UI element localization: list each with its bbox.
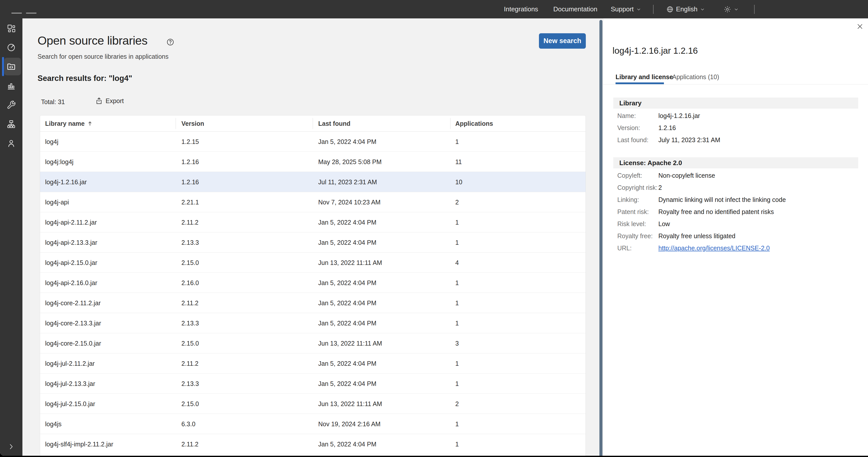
table-row[interactable]: log4j-api-2.11.2.jar 2.11.2 Jan 5, 2022 … — [40, 212, 586, 233]
sidebar-item-reports[interactable] — [0, 76, 23, 95]
sidebar-item-dashboard[interactable] — [0, 19, 23, 38]
detail-row: Copyright risk: 2 — [613, 182, 858, 193]
user-icon — [6, 139, 16, 148]
table-row[interactable]: log4j-api-2.13.3.jar 2.13.3 Jan 5, 2022 … — [40, 233, 586, 252]
cell-applications: 2 — [455, 192, 459, 212]
table-row[interactable]: log4j-core-2.11.2.jar 2.11.2 Jan 5, 2022… — [40, 293, 586, 313]
cell-applications: 1 — [455, 131, 459, 152]
cell-version: 2.15.0 — [181, 333, 199, 354]
cell-library-name: log4j-api-2.13.3.jar — [45, 233, 97, 252]
column-header-applications[interactable]: Applications — [455, 116, 493, 131]
cell-version: 2.21.1 — [181, 192, 199, 212]
panel-title: log4j-1.2.16.jar 1.2.16 — [613, 45, 698, 56]
detail-value: Royalty free and no identified patent ri… — [658, 208, 774, 215]
table-row[interactable]: log4j-jul-2.15.0.jar 2.15.0 Jun 13, 2022… — [40, 394, 586, 414]
new-search-button[interactable]: New search — [539, 33, 586, 49]
cell-version: 2.13.3 — [181, 233, 199, 252]
cell-library-name: log4j-jul-2.13.3.jar — [45, 373, 95, 394]
detail-label: Risk level: — [617, 220, 658, 227]
cell-library-name: log4j-api-2.11.2.jar — [45, 212, 97, 233]
sidebar-item-hierarchy[interactable] — [0, 115, 23, 133]
cell-version: 2.11.2 — [181, 434, 198, 454]
detail-row: Linking: Dynamic linking will not infect… — [613, 193, 858, 206]
table-row[interactable]: log4j-api 2.21.1 Nov 7, 2024 10:23 AM 2 — [40, 192, 586, 212]
nav-support-label: Support — [611, 5, 634, 13]
detail-label: Version: — [617, 124, 658, 131]
cell-library-name: log4j-1.2.16.jar — [45, 172, 87, 192]
tab-applications[interactable]: Applications (10) — [672, 71, 719, 83]
topbar-separator — [653, 5, 654, 14]
cell-library-name: log4j — [45, 131, 58, 152]
table-row[interactable]: log4j-1.2.16.jar 1.2.16 Jul 11, 2023 2:3… — [40, 172, 586, 192]
table-row[interactable]: log4j-slf4j-impl-2.11.2.jar 2.11.2 Jan 5… — [40, 434, 586, 454]
column-label: Version — [181, 120, 204, 127]
detail-row: Royalty free: Royalty free unless litiga… — [613, 230, 858, 242]
detail-row: Patent risk: Royalty free and no identif… — [613, 206, 858, 218]
cell-version: 1.2.16 — [181, 172, 199, 192]
detail-label: Last found: — [617, 136, 658, 144]
table-row[interactable]: log4j-core-2.13.3.jar 2.13.3 Jan 5, 2022… — [40, 313, 586, 333]
sidebar-item-tools[interactable] — [0, 95, 23, 115]
wrench-icon — [6, 100, 16, 110]
sidebar-item-risk-gauge[interactable] — [0, 38, 23, 57]
cell-version: 2.13.3 — [181, 373, 199, 394]
sitemap-icon — [6, 120, 16, 129]
cell-last-found: Jan 5, 2022 4:04 PM — [318, 373, 376, 394]
help-icon[interactable] — [166, 38, 174, 46]
tab-library-and-license[interactable]: Library and license — [616, 71, 673, 83]
cell-applications: 1 — [455, 273, 459, 293]
cell-version: 2.13.3 — [181, 313, 199, 333]
cell-applications: 1 — [455, 354, 459, 373]
sidebar-item-user[interactable] — [0, 133, 23, 153]
sun-icon — [724, 5, 731, 13]
language-label: English — [676, 5, 698, 13]
cell-library-name: log4j-api-2.15.0.jar — [45, 252, 97, 273]
close-icon[interactable] — [856, 23, 865, 31]
license-url-link[interactable]: http://apache.org/licenses/LICENSE-2.0 — [658, 244, 770, 251]
cell-library-name: log4j-jul-2.11.2.jar — [45, 354, 95, 373]
sidebar-expand-button[interactable] — [7, 443, 16, 451]
column-header-version[interactable]: Version — [181, 116, 204, 131]
detail-row: Risk level: Low — [613, 218, 858, 230]
cell-applications: 1 — [455, 233, 459, 252]
table-row[interactable]: log4j:log4j 1.2.16 May 28, 2025 5:08 PM … — [40, 152, 586, 172]
cell-version: 2.11.2 — [181, 293, 198, 313]
cell-applications: 1 — [455, 414, 459, 434]
column-header-last-found[interactable]: Last found — [318, 116, 350, 131]
language-selector[interactable]: English — [666, 0, 705, 19]
export-button[interactable]: Export — [95, 97, 124, 105]
table-row[interactable]: log4j 1.2.15 Jan 5, 2022 4:04 PM 1 — [40, 131, 586, 152]
nav-documentation[interactable]: Documentation — [553, 0, 597, 19]
gauge-icon — [6, 43, 16, 52]
nav-integrations[interactable]: Integrations — [504, 0, 538, 19]
table-row[interactable]: log4j-jul-2.13.3.jar 2.13.3 Jan 5, 2022 … — [40, 373, 586, 394]
table-row[interactable]: log4j-jul-2.11.2.jar 2.11.2 Jan 5, 2022 … — [40, 354, 586, 373]
results-heading: Search results for: "log4" — [37, 74, 132, 83]
detail-label: Name: — [617, 112, 658, 120]
table-row[interactable]: log4j-core-2.15.0.jar 2.15.0 Jun 13, 202… — [40, 333, 586, 354]
table-row[interactable]: log4js 6.3.0 Nov 19, 2024 2:16 AM 1 — [40, 414, 586, 434]
detail-value: 1.2.16 — [658, 124, 676, 131]
page-title: Open source libraries — [37, 33, 147, 48]
table-row[interactable]: log4j-api-2.15.0.jar 2.15.0 Jun 13, 2022… — [40, 252, 586, 273]
sidebar-item-open-source-libraries[interactable] — [0, 57, 23, 76]
table-row[interactable]: log4j-api-2.16.0.jar 2.16.0 Jan 5, 2022 … — [40, 273, 586, 293]
table-body: log4j 1.2.15 Jan 5, 2022 4:04 PM 1 log4j… — [40, 131, 586, 454]
theme-selector[interactable] — [724, 0, 739, 19]
detail-row: Version: 1.2.16 — [613, 122, 858, 134]
cell-library-name: log4j-core-2.11.2.jar — [45, 293, 100, 313]
cell-last-found: Jul 11, 2023 2:31 AM — [318, 172, 377, 192]
panel-scrollbar[interactable] — [599, 20, 602, 456]
cell-applications: 2 — [455, 394, 459, 414]
column-header-library-name[interactable]: Library name — [45, 116, 93, 131]
cell-last-found: Nov 19, 2024 2:16 AM — [318, 414, 380, 434]
cell-applications: 11 — [455, 152, 462, 172]
cell-library-name: log4j-core-2.15.0.jar — [45, 333, 101, 354]
detail-label: Linking: — [617, 196, 658, 204]
detail-label: URL: — [617, 244, 658, 252]
cell-version: 2.15.0 — [181, 252, 199, 273]
sidebar — [0, 19, 23, 456]
cell-last-found: Jun 13, 2022 11:11 AM — [318, 394, 382, 414]
nav-support[interactable]: Support — [611, 0, 641, 19]
cell-version: 2.15.0 — [181, 394, 199, 414]
